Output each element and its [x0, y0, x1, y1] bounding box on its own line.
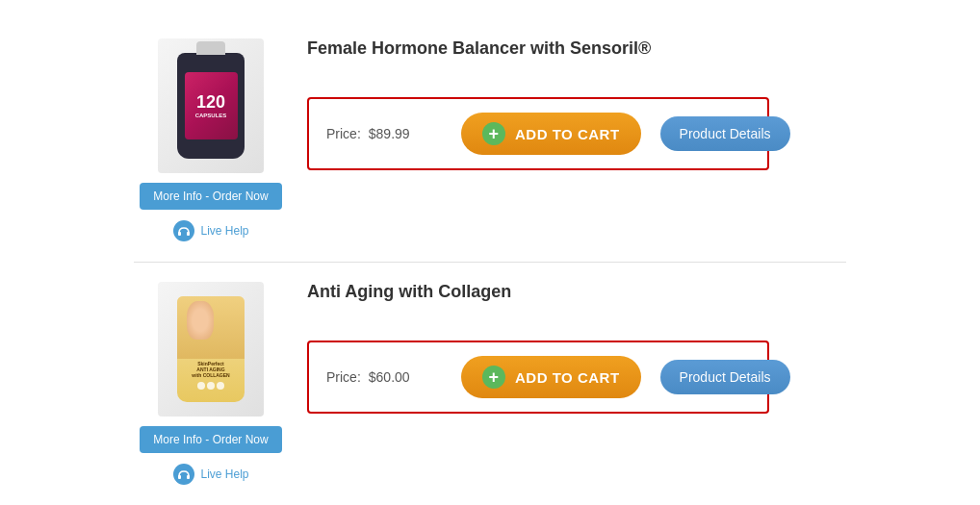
plus-icon-2: + — [482, 366, 505, 389]
price-value-1: $89.99 — [369, 126, 410, 141]
svg-rect-1 — [178, 232, 181, 236]
bottle-subtext: CAPSULES — [195, 113, 227, 118]
product-image-2: SkinPerfectANTI AGINGwith COLLAGEN — [158, 282, 264, 417]
product-right-1: Female Hormone Balancer with Sensoril® P… — [288, 38, 846, 170]
price-label-2: Price: — [326, 369, 361, 385]
live-help-label-2: Live Help — [200, 467, 248, 481]
add-to-cart-button-2[interactable]: + ADD TO CART — [461, 356, 641, 398]
add-to-cart-button-1[interactable]: + ADD TO CART — [461, 113, 641, 155]
live-help-1[interactable]: Live Help — [172, 219, 248, 242]
product-item-1: 120 CAPSULES More Info - Order Now Live … — [134, 19, 846, 263]
live-help-label-1: Live Help — [200, 224, 248, 238]
bottle-visual-1: 120 CAPSULES — [177, 53, 245, 159]
bottle-text-2: SkinPerfectANTI AGINGwith COLLAGEN — [190, 359, 231, 380]
price-cart-box-1: Price: $89.99 + ADD TO CART Product Deta… — [307, 97, 769, 170]
plus-icon-1: + — [482, 122, 505, 145]
live-help-2[interactable]: Live Help — [172, 463, 248, 486]
headset-icon-1 — [172, 219, 195, 242]
svg-rect-4 — [178, 475, 181, 479]
svg-rect-5 — [187, 475, 190, 479]
price-value-2: $60.00 — [369, 369, 410, 385]
add-to-cart-label-2: ADD TO CART — [515, 369, 620, 386]
product-title-2: Anti Aging with Collagen — [307, 282, 846, 302]
price-label-1: Price: — [326, 126, 361, 141]
product-left-1: 120 CAPSULES More Info - Order Now Live … — [134, 38, 288, 242]
product-details-button-1[interactable]: Product Details — [660, 116, 790, 151]
headset-icon-2 — [172, 463, 195, 486]
add-to-cart-label-1: ADD TO CART — [515, 126, 620, 142]
more-info-button-1[interactable]: More Info - Order Now — [140, 183, 281, 210]
product-image-1: 120 CAPSULES — [158, 38, 264, 173]
product-item-2: SkinPerfectANTI AGINGwith COLLAGEN More … — [134, 263, 846, 505]
price-group-1: Price: $89.99 — [326, 126, 442, 141]
product-details-button-2[interactable]: Product Details — [660, 360, 790, 394]
price-group-2: Price: $60.00 — [326, 369, 442, 385]
product-left-2: SkinPerfectANTI AGINGwith COLLAGEN More … — [134, 282, 288, 486]
bottle-count: 120 — [196, 93, 225, 111]
product-right-2: Anti Aging with Collagen Price: $60.00 +… — [288, 282, 846, 414]
bottle-visual-2: SkinPerfectANTI AGINGwith COLLAGEN — [177, 296, 245, 402]
svg-point-0 — [173, 220, 194, 241]
svg-point-3 — [173, 464, 194, 485]
price-cart-box-2: Price: $60.00 + ADD TO CART Product Deta… — [307, 341, 769, 414]
more-info-button-2[interactable]: More Info - Order Now — [140, 426, 281, 453]
bottle-label-1: 120 CAPSULES — [185, 72, 238, 139]
product-list: 120 CAPSULES More Info - Order Now Live … — [115, 10, 865, 505]
bottle-face-2 — [177, 296, 245, 359]
svg-rect-2 — [187, 232, 190, 236]
product-title-1: Female Hormone Balancer with Sensoril® — [307, 38, 846, 59]
bottle-pills-2 — [197, 382, 224, 390]
